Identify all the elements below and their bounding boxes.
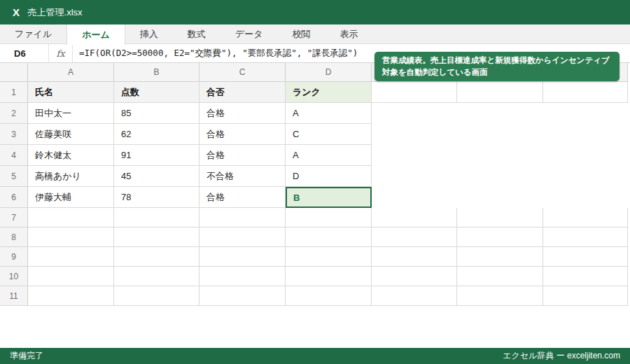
select-all-corner[interactable]	[0, 63, 28, 82]
cell-B11[interactable]	[114, 286, 200, 306]
cell-A9[interactable]	[28, 247, 114, 267]
cell-G11[interactable]	[543, 286, 628, 306]
row-header-3[interactable]: 3	[0, 124, 28, 145]
sheet-row-1: 1 氏名 点数 合否 ランク	[0, 82, 630, 103]
cell-C11[interactable]	[200, 286, 286, 306]
cell-A4[interactable]: 鈴木健太	[28, 145, 114, 166]
column-header-D[interactable]: D	[286, 63, 372, 82]
column-header-C[interactable]: C	[200, 63, 286, 82]
cell-A8[interactable]	[28, 227, 114, 247]
row-header-1[interactable]: 1	[0, 82, 28, 103]
empty-area	[372, 124, 630, 145]
cell-C9[interactable]	[200, 247, 286, 267]
cell-E7[interactable]	[372, 208, 457, 227]
sheet-row-2: 2 田中太一 85 合格 A	[0, 103, 630, 124]
cell-E10[interactable]	[372, 267, 457, 286]
cell-A3[interactable]: 佐藤美咲	[28, 124, 114, 145]
cell-B8[interactable]	[114, 227, 200, 247]
cell-D5[interactable]: D	[286, 166, 372, 187]
row-header-4[interactable]: 4	[0, 145, 28, 166]
sheet-row-9: 9	[0, 247, 630, 267]
tab-formulas[interactable]: 数式	[173, 24, 220, 44]
cell-D8[interactable]	[286, 227, 372, 247]
status-watermark: エクセル辞典 ー exceljiten.com	[503, 350, 620, 362]
formula-input[interactable]: =IF(OR(D2>=50000, E2="交際費"), "要部長承認", "課…	[73, 44, 358, 62]
cell-C3[interactable]: 合格	[200, 124, 286, 145]
empty-area	[372, 145, 630, 166]
cell-B1[interactable]: 点数	[114, 82, 200, 103]
cell-G9[interactable]	[543, 247, 628, 267]
cell-G10[interactable]	[543, 267, 628, 286]
row-header-9[interactable]: 9	[0, 247, 28, 267]
cell-A10[interactable]	[28, 267, 114, 286]
spreadsheet-grid: A B C D E F G 1 氏名 点数 合否 ランク 2 田中太一 85 合…	[0, 63, 630, 306]
annotation-tooltip: 営業成績表。売上目標達成率と新規獲得数からインセンティブ対象を自動判定している画…	[374, 52, 620, 81]
cell-F9[interactable]	[457, 247, 543, 267]
cell-A2[interactable]: 田中太一	[28, 103, 114, 124]
cell-F1[interactable]	[457, 82, 543, 103]
cell-D1[interactable]: ランク	[286, 82, 372, 103]
cell-G7[interactable]	[543, 208, 628, 227]
cell-A1[interactable]: 氏名	[28, 82, 114, 103]
cell-B4[interactable]: 91	[114, 145, 200, 166]
cell-reference-box[interactable]: D6	[0, 44, 49, 62]
cell-D7[interactable]	[286, 208, 372, 227]
cell-B3[interactable]: 62	[114, 124, 200, 145]
cell-C8[interactable]	[200, 227, 286, 247]
cell-E8[interactable]	[372, 227, 457, 247]
sheet-row-8: 8	[0, 227, 630, 247]
cell-C5[interactable]: 不合格	[200, 166, 286, 187]
cell-C1[interactable]: 合否	[200, 82, 286, 103]
tab-insert[interactable]: 挿入	[125, 24, 173, 44]
row-header-5[interactable]: 5	[0, 166, 28, 187]
cell-D6-selected[interactable]: B	[286, 187, 372, 208]
tab-data[interactable]: データ	[220, 24, 278, 44]
document-title: 売上管理.xlsx	[28, 6, 83, 19]
column-header-A[interactable]: A	[28, 63, 114, 82]
cell-D3[interactable]: C	[286, 124, 372, 145]
cell-A5[interactable]: 高橋あかり	[28, 166, 114, 187]
column-header-B[interactable]: B	[114, 63, 200, 82]
cell-D2[interactable]: A	[286, 103, 372, 124]
cell-G8[interactable]	[543, 227, 628, 247]
sheet-row-3: 3 佐藤美咲 62 合格 C	[0, 124, 630, 145]
app-window: X 売上管理.xlsx ファイル ホーム 挿入 数式 データ 校閲 表示 D6 …	[0, 0, 630, 364]
cell-B2[interactable]: 85	[114, 103, 200, 124]
cell-E9[interactable]	[372, 247, 457, 267]
cell-D11[interactable]	[286, 286, 372, 306]
cell-C4[interactable]: 合格	[200, 145, 286, 166]
cell-F8[interactable]	[457, 227, 543, 247]
tab-home[interactable]: ホーム	[66, 24, 125, 45]
cell-F7[interactable]	[457, 208, 543, 227]
row-header-7[interactable]: 7	[0, 208, 28, 227]
cell-C7[interactable]	[200, 208, 286, 227]
row-header-6[interactable]: 6	[0, 187, 28, 208]
row-header-11[interactable]: 11	[0, 286, 28, 306]
cell-B7[interactable]	[114, 208, 200, 227]
cell-B10[interactable]	[114, 267, 200, 286]
cell-D9[interactable]	[286, 247, 372, 267]
cell-E11[interactable]	[372, 286, 457, 306]
cell-F10[interactable]	[457, 267, 543, 286]
cell-C2[interactable]: 合格	[200, 103, 286, 124]
fx-icon[interactable]: fx	[49, 44, 73, 62]
tab-view[interactable]: 表示	[325, 24, 372, 44]
cell-B5[interactable]: 45	[114, 166, 200, 187]
cell-C10[interactable]	[200, 267, 286, 286]
cell-A7[interactable]	[28, 208, 114, 227]
cell-B6[interactable]: 78	[114, 187, 200, 208]
cell-A11[interactable]	[28, 286, 114, 306]
row-header-2[interactable]: 2	[0, 103, 28, 124]
cell-D4[interactable]: A	[286, 145, 372, 166]
row-header-8[interactable]: 8	[0, 227, 28, 247]
cell-C6[interactable]: 合格	[200, 187, 286, 208]
cell-G1[interactable]	[543, 82, 628, 103]
cell-F11[interactable]	[457, 286, 543, 306]
cell-B9[interactable]	[114, 247, 200, 267]
tab-review[interactable]: 校閲	[277, 24, 325, 44]
cell-D10[interactable]	[286, 267, 372, 286]
cell-E1[interactable]	[372, 82, 457, 103]
cell-A6[interactable]: 伊藤大輔	[28, 187, 114, 208]
row-header-10[interactable]: 10	[0, 267, 28, 286]
tab-file[interactable]: ファイル	[0, 24, 66, 44]
